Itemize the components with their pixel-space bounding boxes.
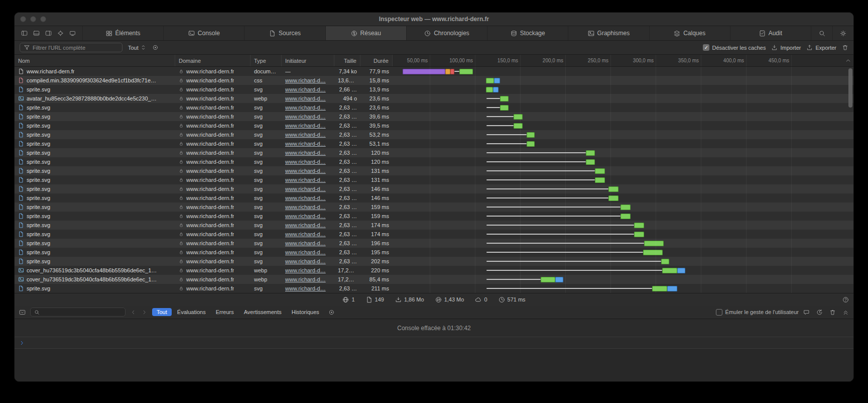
column-header-type[interactable]: Type xyxy=(251,55,282,66)
network-request-row[interactable]: sprite.svgwww.richard-dern.frsvgwww.rich… xyxy=(15,230,853,239)
resource-scope-popup[interactable]: Tout xyxy=(128,44,147,51)
initiator-link[interactable]: www.richard-d… xyxy=(285,222,326,228)
clear-console-icon[interactable] xyxy=(829,309,836,316)
column-header-domain[interactable]: Domaine xyxy=(175,55,251,66)
back-icon[interactable] xyxy=(130,309,137,316)
collapse-console-icon[interactable] xyxy=(842,309,849,316)
initiator-link[interactable]: www.richard-d… xyxy=(285,132,326,138)
panel-left-icon[interactable] xyxy=(21,30,28,37)
initiator-link[interactable]: www.richard-d… xyxy=(285,177,326,183)
initiator-link[interactable]: www.richard-d… xyxy=(285,267,326,273)
close-window-button[interactable] xyxy=(20,16,26,22)
url-filter-field[interactable] xyxy=(20,43,122,52)
import-button[interactable]: Importer xyxy=(771,44,801,51)
initiator-link[interactable]: www.richard-d… xyxy=(285,276,326,282)
network-request-row[interactable]: sprite.svgwww.richard-dern.frsvgwww.rich… xyxy=(15,130,853,139)
initiator-link[interactable]: www.richard-d… xyxy=(285,285,326,291)
initiator-link[interactable]: www.richard-d… xyxy=(285,150,326,156)
history-icon[interactable] xyxy=(816,309,823,316)
network-request-row[interactable]: cover_hu736519dc3b5040cfa48b6b559b6de6ec… xyxy=(15,275,853,284)
initiator-link[interactable]: www.richard-d… xyxy=(285,186,326,192)
network-request-row[interactable]: sprite.svgwww.richard-dern.frsvgwww.rich… xyxy=(15,203,853,212)
tab-layers[interactable]: Calques xyxy=(650,26,730,40)
url-filter-input[interactable] xyxy=(33,45,118,51)
initiator-link[interactable]: www.richard-d… xyxy=(285,141,326,147)
initiator-link[interactable]: www.richard-d… xyxy=(285,105,326,111)
network-request-row[interactable]: compiled.min.38390909f303624ed9e1cf1bd3f… xyxy=(15,76,853,85)
forward-icon[interactable] xyxy=(141,309,148,316)
initiator-link[interactable]: www.richard-d… xyxy=(285,86,326,92)
column-header-initiator[interactable]: Initiateur xyxy=(282,55,334,66)
panel-right-icon[interactable] xyxy=(45,30,52,37)
console-messages-icon[interactable] xyxy=(803,309,810,316)
initiator-link[interactable]: www.richard-d… xyxy=(285,195,326,201)
console-prompt[interactable] xyxy=(15,337,853,349)
tab-storage[interactable]: Stockage xyxy=(487,26,568,40)
settings-button[interactable] xyxy=(832,26,853,40)
record-toggle-icon[interactable] xyxy=(152,44,159,51)
console-record-icon[interactable] xyxy=(328,309,335,316)
initiator-link[interactable]: www.richard-d… xyxy=(285,213,326,219)
console-tab-historiques[interactable]: Historiques xyxy=(287,308,324,316)
tab-sources[interactable]: Sources xyxy=(244,26,325,40)
console-scope-icon[interactable] xyxy=(19,309,26,316)
tab-audit[interactable]: Audit xyxy=(730,26,811,40)
tab-elements[interactable]: Éléments xyxy=(83,26,164,40)
search-button[interactable] xyxy=(811,26,832,40)
tab-console[interactable]: Console xyxy=(164,26,244,40)
network-request-row[interactable]: sprite.svgwww.richard-dern.frsvgwww.rich… xyxy=(15,148,853,157)
network-request-row[interactable]: sprite.svgwww.richard-dern.frsvgwww.rich… xyxy=(15,257,853,266)
scroll-top-icon[interactable] xyxy=(845,57,851,64)
column-header-duration[interactable]: Durée xyxy=(360,55,393,66)
network-request-row[interactable]: sprite.svgwww.richard-dern.frsvgwww.rich… xyxy=(15,193,853,203)
console-tab-evaluations[interactable]: Évaluations xyxy=(173,308,210,316)
clear-network-items-icon[interactable] xyxy=(842,44,848,51)
initiator-link[interactable]: www.richard-d… xyxy=(285,114,326,120)
initiator-link[interactable]: www.richard-d… xyxy=(285,159,326,165)
network-request-row[interactable]: cover_hu736519dc3b5040cfa48b6b559b6de6ec… xyxy=(15,266,853,275)
network-request-row[interactable]: sprite.svgwww.richard-dern.frsvgwww.rich… xyxy=(15,139,853,148)
panel-bottom-icon[interactable] xyxy=(33,30,40,37)
tab-network[interactable]: Réseau xyxy=(326,26,407,40)
emulate-user-gesture-checkbox[interactable]: Émuler le geste de l'utilisateur xyxy=(716,309,799,316)
initiator-link[interactable]: www.richard-d… xyxy=(285,249,326,255)
initiator-link[interactable]: www.richard-d… xyxy=(285,240,326,246)
initiator-link[interactable]: www.richard-d… xyxy=(285,258,326,264)
console-tab-tout[interactable]: Tout xyxy=(152,308,172,316)
initiator-link[interactable]: www.richard-d… xyxy=(285,204,326,210)
network-request-row[interactable]: sprite.svgwww.richard-dern.frsvgwww.rich… xyxy=(15,184,853,193)
initiator-link[interactable]: www.richard-d… xyxy=(285,168,326,174)
disable-caches-checkbox[interactable]: ✓ Désactiver les caches xyxy=(703,44,766,51)
tab-graphics[interactable]: Graphismes xyxy=(568,26,649,40)
network-request-row[interactable]: sprite.svgwww.richard-dern.frsvgwww.rich… xyxy=(15,248,853,257)
network-request-row[interactable]: sprite.svgwww.richard-dern.frsvgwww.rich… xyxy=(15,103,853,112)
help-icon[interactable] xyxy=(842,296,849,303)
network-request-row[interactable]: sprite.svgwww.richard-dern.frsvgwww.rich… xyxy=(15,85,853,94)
tab-timelines[interactable]: Chronologies xyxy=(407,26,487,40)
network-request-row[interactable]: sprite.svgwww.richard-dern.frsvgwww.rich… xyxy=(15,212,853,221)
network-request-row[interactable]: sprite.svgwww.richard-dern.frsvgwww.rich… xyxy=(15,284,853,293)
console-tab-erreurs[interactable]: Erreurs xyxy=(211,308,238,316)
initiator-link[interactable]: www.richard-d… xyxy=(285,77,326,83)
minimize-window-button[interactable] xyxy=(30,16,36,22)
console-search-field[interactable] xyxy=(30,308,126,317)
initiator-link[interactable]: www.richard-d… xyxy=(285,95,326,102)
console-tab-avertissements[interactable]: Avertissements xyxy=(239,308,286,316)
export-button[interactable]: Exporter xyxy=(806,44,836,51)
column-header-name[interactable]: Nom xyxy=(15,55,175,66)
console-search-input[interactable] xyxy=(42,309,122,315)
network-request-row[interactable]: sprite.svgwww.richard-dern.frsvgwww.rich… xyxy=(15,239,853,248)
network-request-row[interactable]: sprite.svgwww.richard-dern.frsvgwww.rich… xyxy=(15,221,853,230)
initiator-link[interactable]: www.richard-d… xyxy=(285,123,326,129)
network-request-row[interactable]: avatar_hu85ecc3e298728880b0bde2dcc4e5c23… xyxy=(15,94,853,103)
column-header-size[interactable]: Taille xyxy=(334,55,360,66)
initiator-link[interactable]: www.richard-d… xyxy=(285,231,326,237)
console-input-area[interactable] xyxy=(15,349,853,381)
network-request-row[interactable]: sprite.svgwww.richard-dern.frsvgwww.rich… xyxy=(15,175,853,184)
network-request-row[interactable]: www.richard-dern.frwww.richard-dern.frdo… xyxy=(15,67,853,76)
network-request-row[interactable]: sprite.svgwww.richard-dern.frsvgwww.rich… xyxy=(15,112,853,121)
network-request-row[interactable]: sprite.svgwww.richard-dern.frsvgwww.rich… xyxy=(15,166,853,175)
target-icon[interactable] xyxy=(57,30,64,37)
zoom-window-button[interactable] xyxy=(40,16,46,22)
network-request-row[interactable]: sprite.svgwww.richard-dern.frsvgwww.rich… xyxy=(15,157,853,166)
